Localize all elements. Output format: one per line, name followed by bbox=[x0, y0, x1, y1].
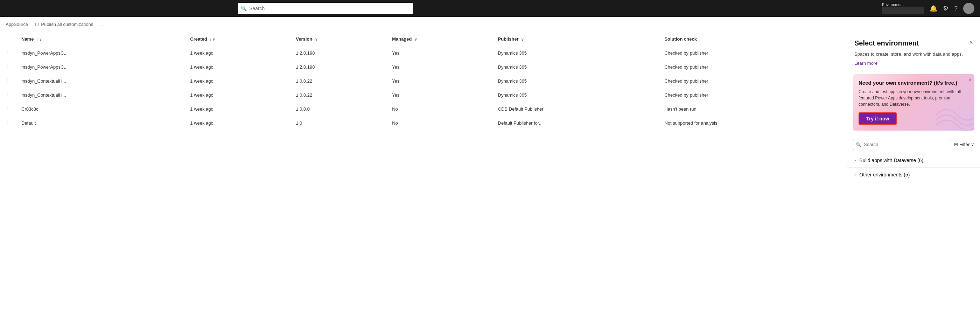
env-group-other-row[interactable]: › Other environments (5) bbox=[847, 168, 980, 182]
main-layout: Name ↑ ∨ Created ↓ ∨ Version ∨ Managed ∨ bbox=[0, 32, 980, 314]
cell-name: msdyn_ContextualH... bbox=[16, 88, 185, 102]
cell-version: 1.2.0.198 bbox=[290, 60, 387, 74]
more-options[interactable]: ... bbox=[100, 21, 105, 28]
table-row: ⋮ msdyn_ContextualH... 1 week ago 1.0.0.… bbox=[0, 74, 847, 88]
filter-button[interactable]: ⊞ Filter ∨ bbox=[954, 142, 974, 147]
row-context-menu[interactable]: ⋮ bbox=[0, 60, 16, 74]
notification-icon[interactable]: 🔔 bbox=[930, 5, 937, 12]
cell-created: 1 week ago bbox=[185, 60, 290, 74]
try-it-now-button[interactable]: Try it now bbox=[859, 112, 897, 125]
panel-close-button[interactable]: × bbox=[969, 39, 973, 46]
env-label: Environment bbox=[882, 2, 924, 6]
topbar-search-wrap: 🔍 bbox=[238, 3, 413, 14]
row-context-menu[interactable]: ⋮ bbox=[0, 116, 16, 130]
dataverse-group-label: Build apps with Dataverse (6) bbox=[859, 158, 923, 163]
env-group-dataverse-row[interactable]: › Build apps with Dataverse (6) bbox=[847, 153, 980, 167]
publish-link[interactable]: ⬡ Publish all customizations bbox=[35, 22, 93, 27]
cell-version: 1.0.0.22 bbox=[290, 74, 387, 88]
row-context-menu[interactable]: ⋮ bbox=[0, 74, 16, 88]
help-icon[interactable]: ? bbox=[954, 5, 958, 12]
col-managed-header[interactable]: Managed ∨ bbox=[387, 32, 492, 46]
panel-header: Select environment × bbox=[847, 32, 980, 51]
cell-name: msdyn_PowerAppsC... bbox=[16, 46, 185, 60]
panel-search-row: 🔍 ⊞ Filter ∨ bbox=[847, 136, 980, 153]
cell-managed: Yes bbox=[387, 46, 492, 60]
cell-created: 1 week ago bbox=[185, 74, 290, 88]
publish-icon: ⬡ bbox=[35, 22, 39, 27]
row-context-menu[interactable]: ⋮ bbox=[0, 46, 16, 60]
cell-solution-check: Not supported for analysis bbox=[659, 116, 847, 130]
topbar: 🔍 Environment 🔔 ⚙ ? bbox=[0, 0, 980, 17]
filter-icon: ⊞ bbox=[954, 142, 958, 147]
cell-solution-check: Checked by publisher bbox=[659, 60, 847, 74]
cell-solution-check: Checked by publisher bbox=[659, 88, 847, 102]
row-context-menu[interactable]: ⋮ bbox=[0, 102, 16, 116]
learn-more-link[interactable]: Learn more bbox=[847, 61, 980, 72]
version-sort-icon: ∨ bbox=[315, 37, 317, 41]
row-context-menu[interactable]: ⋮ bbox=[0, 88, 16, 102]
cell-created: 1 week ago bbox=[185, 46, 290, 60]
cell-managed: No bbox=[387, 116, 492, 130]
env-value-box[interactable] bbox=[882, 6, 924, 14]
cell-managed: Yes bbox=[387, 60, 492, 74]
cell-name: msdyn_PowerAppsC... bbox=[16, 60, 185, 74]
cell-publisher: CDS Default Publisher bbox=[492, 102, 659, 116]
name-sort-icon: ↑ ∨ bbox=[37, 37, 41, 41]
cell-version: 1.0.0.0 bbox=[290, 102, 387, 116]
panel-search-input[interactable] bbox=[853, 139, 951, 150]
cell-managed: Yes bbox=[387, 88, 492, 102]
table-row: ⋮ msdyn_PowerAppsC... 1 week ago 1.2.0.1… bbox=[0, 46, 847, 60]
appsource-link[interactable]: AppSource bbox=[6, 22, 28, 27]
promo-wave bbox=[936, 106, 974, 131]
table-row: ⋮ msdyn_ContextualH... 1 week ago 1.0.0.… bbox=[0, 88, 847, 102]
col-menu-header bbox=[0, 32, 16, 46]
promo-card: × Need your own environment? (It's free.… bbox=[853, 74, 974, 131]
topbar-search-input[interactable] bbox=[238, 3, 413, 14]
right-panel: Select environment × Spaces to create, s… bbox=[847, 32, 980, 314]
cell-name: msdyn_ContextualH... bbox=[16, 74, 185, 88]
cell-name: Cr03c8c bbox=[16, 102, 185, 116]
solutions-table: Name ↑ ∨ Created ↓ ∨ Version ∨ Managed ∨ bbox=[0, 32, 847, 130]
cell-created: 1 week ago bbox=[185, 116, 290, 130]
cell-version: 1.2.0.198 bbox=[290, 46, 387, 60]
filter-chevron-icon: ∨ bbox=[971, 142, 974, 147]
cell-publisher: Dynamics 365 bbox=[492, 88, 659, 102]
settings-icon[interactable]: ⚙ bbox=[943, 5, 948, 12]
created-sort-icon: ↓ ∨ bbox=[210, 37, 215, 41]
col-name-header[interactable]: Name ↑ ∨ bbox=[16, 32, 185, 46]
cell-managed: Yes bbox=[387, 74, 492, 88]
col-created-header[interactable]: Created ↓ ∨ bbox=[185, 32, 290, 46]
managed-sort-icon: ∨ bbox=[414, 37, 417, 41]
avatar[interactable] bbox=[963, 3, 974, 14]
cell-version: 1.0 bbox=[290, 116, 387, 130]
dataverse-chevron-icon: › bbox=[854, 158, 856, 163]
env-section: Environment bbox=[882, 2, 924, 14]
cell-solution-check: Checked by publisher bbox=[659, 46, 847, 60]
cell-publisher: Default Publisher for... bbox=[492, 116, 659, 130]
topbar-right: Environment 🔔 ⚙ ? bbox=[882, 2, 974, 14]
cell-created: 1 week ago bbox=[185, 88, 290, 102]
panel-title: Select environment bbox=[854, 39, 919, 47]
table-row: ⋮ Default 1 week ago 1.0 No Default Publ… bbox=[0, 116, 847, 130]
promo-close-button[interactable]: × bbox=[969, 77, 972, 83]
panel-search-icon: 🔍 bbox=[856, 142, 861, 147]
publish-label: Publish all customizations bbox=[41, 22, 93, 27]
secondbar: AppSource ⬡ Publish all customizations .… bbox=[0, 17, 980, 32]
col-publisher-header[interactable]: Publisher ∨ bbox=[492, 32, 659, 46]
cell-name: Default bbox=[16, 116, 185, 130]
promo-description: Create and test apps in your own environ… bbox=[859, 89, 969, 107]
other-group-label: Other environments (5) bbox=[859, 172, 910, 177]
topbar-search-icon: 🔍 bbox=[241, 6, 247, 11]
col-version-header[interactable]: Version ∨ bbox=[290, 32, 387, 46]
cell-solution-check: Hasn't been run bbox=[659, 102, 847, 116]
cell-managed: No bbox=[387, 102, 492, 116]
col-solution-check-header: Solution check bbox=[659, 32, 847, 46]
panel-subtitle: Spaces to create, store, and work with d… bbox=[847, 51, 980, 61]
env-group-dataverse: › Build apps with Dataverse (6) bbox=[847, 153, 980, 167]
cell-publisher: Dynamics 365 bbox=[492, 46, 659, 60]
cell-created: 1 week ago bbox=[185, 102, 290, 116]
table-area: Name ↑ ∨ Created ↓ ∨ Version ∨ Managed ∨ bbox=[0, 32, 847, 314]
promo-title: Need your own environment? (It's free.) bbox=[859, 80, 969, 86]
filter-label: Filter bbox=[959, 142, 969, 147]
other-chevron-icon: › bbox=[854, 172, 856, 177]
